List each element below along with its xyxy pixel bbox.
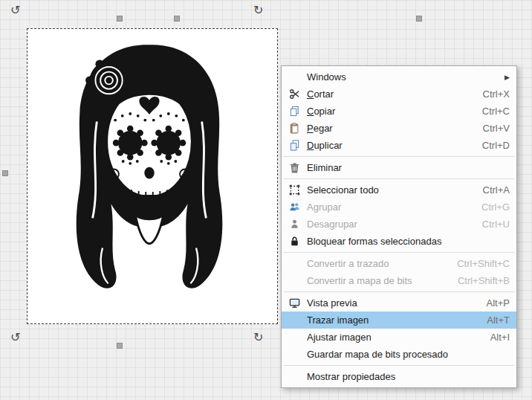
menu-item-convertir-a-mapa-de-bits: Convertir a mapa de bitsCtrl+Shift+B [282,272,516,289]
menu-item-shortcut: Alt+I [490,332,510,343]
menu-item-shortcut: Ctrl+Shift+B [458,275,510,286]
group-icon [285,201,303,213]
menu-separator [284,252,514,253]
menu-item-shortcut: Alt+P [487,297,510,309]
menu-item-pegar[interactable]: PegarCtrl+V [282,120,516,137]
menu-item-label: Cortar [307,88,470,100]
scissors-icon [285,88,303,100]
rotate-handle-bottom-left-icon[interactable]: ↺ [10,332,20,343]
menu-item-convertir-a-trazado: Convertir a trazadoCtrl+Shift+C [282,255,516,272]
menu-item-shortcut: Alt+T [487,314,510,326]
menu-item-windows[interactable]: Windows▶ [282,68,516,86]
menu-separator [284,156,514,157]
menu-item-duplicar[interactable]: DuplicarCtrl+D [282,137,516,154]
selected-image[interactable] [38,35,261,322]
menu-item-label: Desagrupar [307,219,469,230]
menu-item-shortcut: Ctrl+G [481,201,510,213]
resize-handle[interactable] [117,16,123,22]
submenu-arrow-icon: ▶ [505,74,510,81]
rotate-handle-bottom-right-icon[interactable]: ↻ [253,332,263,343]
menu-item-shortcut: Ctrl+A [483,184,510,196]
paste-icon [285,123,303,135]
menu-item-seleccionar-todo[interactable]: Seleccionar todoCtrl+A [282,181,516,199]
no-icon [285,332,303,343]
duplicate-icon [285,140,303,152]
menu-separator [284,178,514,179]
menu-item-label: Pegar [307,123,470,134]
menu-item-mostrar-propiedades[interactable]: Mostrar propiedades [282,368,516,385]
menu-item-label: Guardar mapa de bits procesado [307,349,510,360]
menu-separator [284,291,514,292]
rotate-handle-top-right-icon[interactable]: ↻ [253,4,263,16]
trash-icon [285,162,303,174]
menu-item-label: Vista previa [307,297,473,309]
menu-item-eliminar[interactable]: Eliminar [282,159,516,176]
rotate-handle-top-left-icon[interactable]: ↺ [10,4,20,16]
menu-item-label: Mostrar propiedades [307,371,510,382]
menu-separator [284,365,514,366]
menu-item-label: Eliminar [307,162,510,173]
menu-item-ajustar-imagen[interactable]: Ajustar imagenAlt+I [282,329,516,346]
no-icon [285,314,303,326]
menu-item-agrupar: AgruparCtrl+G [282,199,516,216]
monitor-icon [285,297,303,309]
menu-item-shortcut: Ctrl+X [483,88,510,100]
menu-item-guardar-mapa-de-bits-procesado[interactable]: Guardar mapa de bits procesado [282,346,516,363]
menu-item-cortar[interactable]: CortarCtrl+X [282,86,516,103]
resize-handle[interactable] [117,343,123,349]
menu-item-shortcut: Ctrl+D [482,140,510,151]
menu-item-label: Trazar imagen [307,314,473,326]
menu-item-copiar[interactable]: CopiarCtrl+C [282,103,516,120]
menu-item-label: Convertir a mapa de bits [307,275,444,286]
menu-item-label: Convertir a trazado [307,258,444,269]
menu-item-label: Ajustar imagen [307,332,477,343]
menu-item-label: Copiar [307,106,469,117]
context-menu: Windows▶CortarCtrl+XCopiarCtrl+CPegarCtr… [281,65,517,388]
menu-item-trazar-imagen[interactable]: Trazar imagenAlt+T [282,312,516,329]
resize-handle[interactable] [416,16,422,22]
sugar-skull-artwork [38,35,261,319]
menu-item-label: Seleccionar todo [307,184,470,196]
no-icon [285,71,303,83]
ungroup-icon [285,219,303,230]
copy-icon [285,106,303,117]
no-icon [285,275,303,287]
no-icon [285,371,303,383]
lock-icon [285,236,303,248]
menu-item-vista-previa[interactable]: Vista previaAlt+P [282,294,516,312]
menu-item-label: Duplicar [307,140,469,151]
select-all-icon [285,184,303,196]
resize-handle[interactable] [2,170,8,176]
menu-item-shortcut: Ctrl+U [482,219,510,230]
resize-handle[interactable] [174,16,180,22]
design-canvas[interactable] [27,28,278,324]
no-icon [285,349,303,361]
menu-item-bloquear-formas-seleccionadas[interactable]: Bloquear formas seleccionadas [282,233,516,250]
menu-item-label: Agrupar [307,201,468,213]
menu-item-shortcut: Ctrl+C [482,106,510,117]
menu-item-shortcut: Ctrl+V [483,123,510,134]
menu-item-shortcut: Ctrl+Shift+C [457,258,510,269]
menu-item-label: Windows [307,71,491,83]
workspace: ↺ ↻ ↺ ↻ Windows▶CortarCtrl+XCopiarCtrl+C… [0,0,532,400]
menu-item-label: Bloquear formas seleccionadas [307,236,510,247]
menu-item-desagrupar: DesagruparCtrl+U [282,216,516,233]
no-icon [285,258,303,270]
